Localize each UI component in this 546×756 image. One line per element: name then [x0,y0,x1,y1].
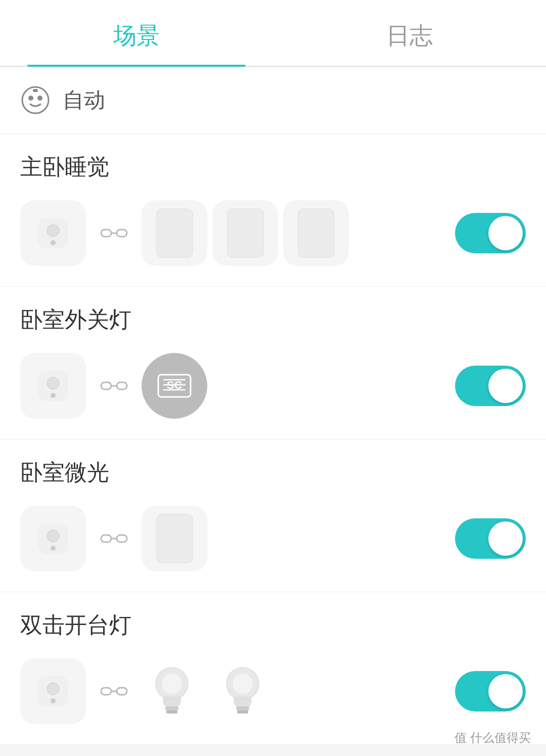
scene-title-4: 双击开台灯 [20,610,526,640]
switch-panel-1b [212,200,278,266]
svg-rect-35 [101,688,111,695]
svg-rect-29 [117,535,127,542]
svg-point-7 [51,240,56,245]
scene-title-3: 卧室微光 [20,458,526,487]
toggle-2[interactable] [455,366,526,406]
scene-item-3: 卧室微光 [0,439,546,592]
remote-device-icon [20,200,86,266]
section-label: 自动 [63,86,105,114]
tab-bar: 场景 日志 [0,0,546,67]
svg-rect-9 [117,230,127,237]
switch-panel-3 [142,506,207,571]
svg-rect-45 [237,710,248,714]
link-icon-2 [96,368,131,404]
footer-logo: 值 什么值得买 [454,730,531,746]
svg-point-16 [51,393,56,398]
svg-text:SC: SC [167,379,183,391]
scene-title-1: 主卧睡觉 [20,152,526,182]
scene-item-1: 主卧睡觉 [0,134,546,287]
scene-row-4 [20,658,526,724]
svg-rect-36 [117,688,127,695]
svg-rect-8 [101,230,111,237]
svg-rect-13 [298,209,334,257]
svg-rect-18 [117,382,127,389]
link-icon-4 [96,674,131,709]
svg-rect-40 [166,710,177,714]
link-icon-1 [96,215,131,251]
link-icon-3 [96,521,131,556]
svg-point-41 [162,674,182,694]
bulb-icon-1 [142,658,202,724]
svg-point-33 [47,683,59,695]
svg-rect-11 [157,209,193,257]
scene-devices-2: SC [20,353,455,419]
svg-rect-31 [157,514,193,563]
scene-row-2: SC [20,353,526,419]
bulb-icon-2 [212,658,273,724]
scene-item-4: 双击开台灯 [0,592,546,745]
svg-point-15 [47,377,59,389]
svg-rect-28 [101,535,111,542]
toggle-1[interactable] [455,213,526,253]
section-header: 自动 [0,67,546,134]
scene-row-3 [20,506,526,571]
svg-point-1 [28,96,33,101]
svg-rect-39 [165,706,178,710]
scene-controller-icon: SC [142,353,207,419]
toggle-3[interactable] [455,518,526,559]
scene-title-2: 卧室外关灯 [20,305,526,335]
scene-item-2: 卧室外关灯 [0,287,546,439]
remote-device-icon-2 [20,353,86,419]
svg-rect-17 [101,382,111,389]
svg-point-46 [233,674,253,694]
toggle-4[interactable] [455,671,526,711]
svg-point-34 [51,698,56,703]
svg-point-2 [37,96,42,101]
svg-rect-12 [228,209,263,257]
svg-rect-44 [236,706,249,710]
switch-panel-1a [142,200,207,266]
tab-scene[interactable]: 场景 [0,0,273,66]
svg-point-26 [47,530,59,542]
footer-area: 值 什么值得买 [0,745,546,756]
remote-device-icon-3 [20,506,86,571]
svg-point-6 [47,225,59,237]
tab-log[interactable]: 日志 [273,0,546,66]
scene-devices-1 [20,200,455,266]
scene-row-1 [20,200,526,266]
svg-point-27 [51,546,56,551]
robot-icon [20,85,51,115]
remote-device-icon-4 [20,658,86,724]
scene-devices-4 [20,658,455,724]
scene-devices-3 [20,506,455,571]
switch-panel-1c [283,200,349,266]
